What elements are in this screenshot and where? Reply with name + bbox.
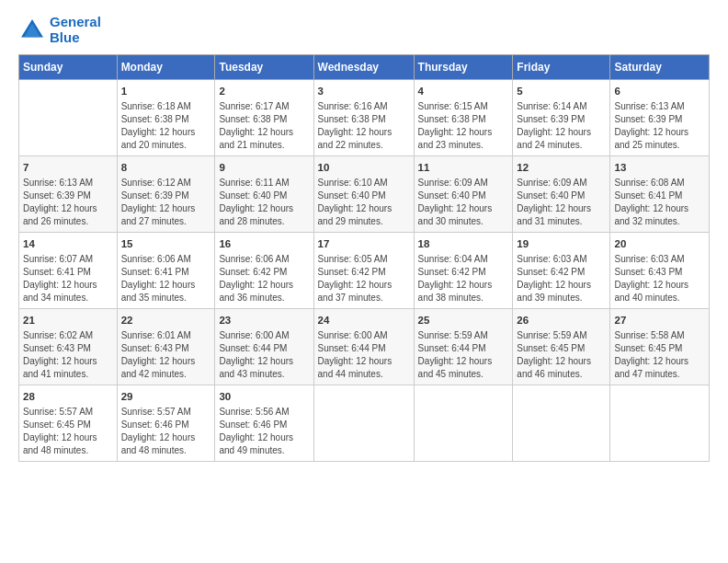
date-number: 18: [418, 236, 509, 251]
calendar-cell: 9Sunrise: 6:11 AM Sunset: 6:40 PM Daylig…: [215, 156, 313, 233]
day-header-friday: Friday: [513, 55, 610, 80]
calendar-cell: 21Sunrise: 6:02 AM Sunset: 6:43 PM Dayli…: [19, 309, 118, 385]
date-number: 20: [614, 236, 705, 251]
calendar-cell: 23Sunrise: 6:00 AM Sunset: 6:44 PM Dayli…: [215, 309, 313, 385]
date-number: 4: [418, 84, 509, 98]
date-number: 14: [23, 236, 113, 251]
cell-info: Sunrise: 6:13 AM Sunset: 6:39 PM Dayligh…: [614, 100, 705, 152]
calendar-cell: 6Sunrise: 6:13 AM Sunset: 6:39 PM Daylig…: [610, 80, 710, 156]
cell-info: Sunrise: 6:13 AM Sunset: 6:39 PM Dayligh…: [23, 177, 113, 228]
calendar-cell: 1Sunrise: 6:18 AM Sunset: 6:38 PM Daylig…: [117, 80, 215, 156]
calendar-cell: [19, 80, 118, 156]
week-row-4: 28Sunrise: 5:57 AM Sunset: 6:45 PM Dayli…: [19, 385, 710, 462]
calendar-cell: [313, 385, 414, 462]
cell-info: Sunrise: 6:09 AM Sunset: 6:40 PM Dayligh…: [517, 177, 606, 228]
date-number: 15: [121, 236, 211, 251]
date-number: 3: [318, 84, 410, 98]
date-number: 6: [614, 84, 705, 98]
date-number: 19: [517, 236, 606, 251]
calendar-cell: 7Sunrise: 6:13 AM Sunset: 6:39 PM Daylig…: [19, 156, 118, 233]
week-row-0: 1Sunrise: 6:18 AM Sunset: 6:38 PM Daylig…: [19, 80, 710, 156]
calendar-cell: 19Sunrise: 6:03 AM Sunset: 6:42 PM Dayli…: [513, 233, 610, 309]
logo: General Blue: [18, 15, 101, 45]
calendar-cell: 4Sunrise: 6:15 AM Sunset: 6:38 PM Daylig…: [414, 80, 513, 156]
cell-info: Sunrise: 6:04 AM Sunset: 6:42 PM Dayligh…: [418, 253, 509, 304]
header-row: SundayMondayTuesdayWednesdayThursdayFrid…: [19, 55, 710, 80]
cell-info: Sunrise: 6:14 AM Sunset: 6:39 PM Dayligh…: [517, 100, 606, 152]
calendar-cell: [513, 385, 610, 462]
page: General Blue SundayMondayTuesdayWednesda…: [0, 0, 728, 563]
cell-info: Sunrise: 6:17 AM Sunset: 6:38 PM Dayligh…: [219, 100, 309, 152]
date-number: 23: [219, 313, 309, 327]
date-number: 30: [219, 389, 309, 404]
cell-info: Sunrise: 5:56 AM Sunset: 6:46 PM Dayligh…: [219, 406, 309, 457]
week-row-3: 21Sunrise: 6:02 AM Sunset: 6:43 PM Dayli…: [19, 309, 710, 385]
calendar-cell: 20Sunrise: 6:03 AM Sunset: 6:43 PM Dayli…: [610, 233, 710, 309]
cell-info: Sunrise: 6:08 AM Sunset: 6:41 PM Dayligh…: [614, 177, 705, 228]
calendar-cell: 29Sunrise: 5:57 AM Sunset: 6:46 PM Dayli…: [117, 385, 215, 462]
day-header-sunday: Sunday: [19, 55, 118, 80]
cell-info: Sunrise: 6:07 AM Sunset: 6:41 PM Dayligh…: [23, 253, 113, 304]
cell-info: Sunrise: 6:03 AM Sunset: 6:43 PM Dayligh…: [614, 253, 705, 304]
calendar-cell: 24Sunrise: 6:00 AM Sunset: 6:44 PM Dayli…: [313, 309, 414, 385]
date-number: 24: [318, 313, 410, 327]
cell-info: Sunrise: 6:09 AM Sunset: 6:40 PM Dayligh…: [418, 177, 509, 228]
date-number: 25: [418, 313, 509, 327]
calendar-cell: 17Sunrise: 6:05 AM Sunset: 6:42 PM Dayli…: [313, 233, 414, 309]
calendar-cell: [610, 385, 710, 462]
date-number: 8: [121, 160, 211, 175]
cell-info: Sunrise: 6:05 AM Sunset: 6:42 PM Dayligh…: [318, 253, 410, 304]
cell-info: Sunrise: 6:06 AM Sunset: 6:42 PM Dayligh…: [219, 253, 309, 304]
day-header-wednesday: Wednesday: [313, 55, 414, 80]
week-row-2: 14Sunrise: 6:07 AM Sunset: 6:41 PM Dayli…: [19, 233, 710, 309]
cell-info: Sunrise: 6:01 AM Sunset: 6:43 PM Dayligh…: [121, 329, 211, 381]
date-number: 26: [517, 313, 606, 327]
calendar-cell: 15Sunrise: 6:06 AM Sunset: 6:41 PM Dayli…: [117, 233, 215, 309]
date-number: 21: [23, 313, 113, 327]
date-number: 28: [23, 389, 113, 404]
date-number: 27: [614, 313, 705, 327]
calendar-cell: 8Sunrise: 6:12 AM Sunset: 6:39 PM Daylig…: [117, 156, 215, 233]
week-row-1: 7Sunrise: 6:13 AM Sunset: 6:39 PM Daylig…: [19, 156, 710, 233]
calendar-cell: 18Sunrise: 6:04 AM Sunset: 6:42 PM Dayli…: [414, 233, 513, 309]
date-number: 1: [121, 84, 211, 98]
date-number: 5: [517, 84, 606, 98]
date-number: 16: [219, 236, 309, 251]
day-header-tuesday: Tuesday: [215, 55, 313, 80]
calendar-cell: [414, 385, 513, 462]
cell-info: Sunrise: 5:59 AM Sunset: 6:44 PM Dayligh…: [418, 329, 509, 381]
logo-icon: [18, 17, 46, 44]
calendar-cell: 2Sunrise: 6:17 AM Sunset: 6:38 PM Daylig…: [215, 80, 313, 156]
header: General Blue: [18, 15, 710, 45]
day-header-saturday: Saturday: [610, 55, 710, 80]
calendar-cell: 27Sunrise: 5:58 AM Sunset: 6:45 PM Dayli…: [610, 309, 710, 385]
calendar-cell: 28Sunrise: 5:57 AM Sunset: 6:45 PM Dayli…: [19, 385, 118, 462]
cell-info: Sunrise: 5:58 AM Sunset: 6:45 PM Dayligh…: [614, 329, 705, 381]
cell-info: Sunrise: 6:06 AM Sunset: 6:41 PM Dayligh…: [121, 253, 211, 304]
cell-info: Sunrise: 6:12 AM Sunset: 6:39 PM Dayligh…: [121, 177, 211, 228]
day-header-monday: Monday: [117, 55, 215, 80]
cell-info: Sunrise: 6:00 AM Sunset: 6:44 PM Dayligh…: [318, 329, 410, 381]
cell-info: Sunrise: 6:10 AM Sunset: 6:40 PM Dayligh…: [318, 177, 410, 228]
calendar-cell: 13Sunrise: 6:08 AM Sunset: 6:41 PM Dayli…: [610, 156, 710, 233]
logo-text: General Blue: [50, 15, 101, 45]
cell-info: Sunrise: 6:18 AM Sunset: 6:38 PM Dayligh…: [121, 100, 211, 152]
date-number: 10: [318, 160, 410, 175]
calendar-cell: 3Sunrise: 6:16 AM Sunset: 6:38 PM Daylig…: [313, 80, 414, 156]
calendar-cell: 11Sunrise: 6:09 AM Sunset: 6:40 PM Dayli…: [414, 156, 513, 233]
date-number: 22: [121, 313, 211, 327]
cell-info: Sunrise: 5:59 AM Sunset: 6:45 PM Dayligh…: [517, 329, 606, 381]
date-number: 7: [23, 160, 113, 175]
cell-info: Sunrise: 6:16 AM Sunset: 6:38 PM Dayligh…: [318, 100, 410, 152]
date-number: 29: [121, 389, 211, 404]
date-number: 2: [219, 84, 309, 98]
calendar-cell: 16Sunrise: 6:06 AM Sunset: 6:42 PM Dayli…: [215, 233, 313, 309]
calendar-cell: 26Sunrise: 5:59 AM Sunset: 6:45 PM Dayli…: [513, 309, 610, 385]
date-number: 9: [219, 160, 309, 175]
cell-info: Sunrise: 5:57 AM Sunset: 6:45 PM Dayligh…: [23, 406, 113, 457]
calendar-cell: 25Sunrise: 5:59 AM Sunset: 6:44 PM Dayli…: [414, 309, 513, 385]
date-number: 17: [318, 236, 410, 251]
date-number: 13: [614, 160, 705, 175]
day-header-thursday: Thursday: [414, 55, 513, 80]
cell-info: Sunrise: 6:11 AM Sunset: 6:40 PM Dayligh…: [219, 177, 309, 228]
